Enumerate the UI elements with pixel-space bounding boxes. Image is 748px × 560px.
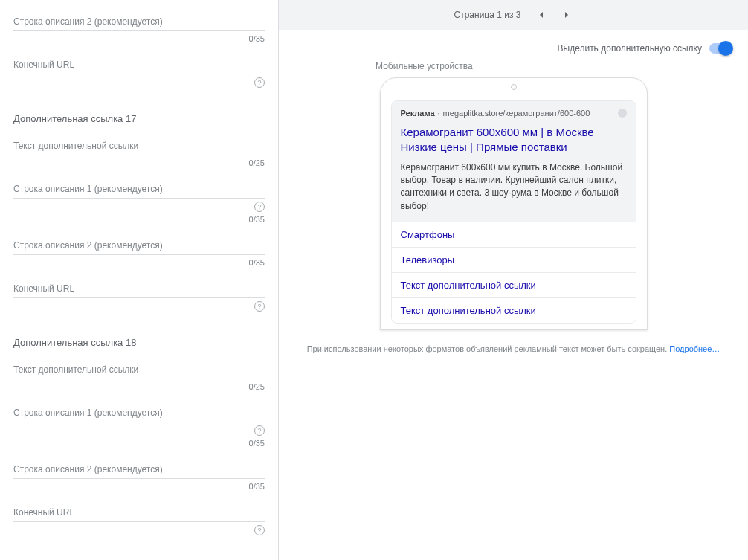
toggle-label: Выделить дополнительную ссылку [558,43,702,54]
field-desc1: Строка описания 1 (рекомендуется) ? 0/35 [13,403,265,448]
char-counter: 0/25 [249,382,265,391]
field-link-text: Текст дополнительной ссылки 0/25 [13,360,265,391]
ad-sitelink[interactable]: Смартфоны [392,222,636,247]
char-counter: 0/25 [249,158,265,167]
ad-sitelinks: Смартфоны Телевизоры Текст дополнительно… [392,222,636,323]
field-label[interactable]: Текст дополнительной ссылки [13,136,265,155]
help-icon[interactable]: ? [254,301,265,312]
disclaimer: При использовании некоторых форматов объ… [279,330,748,361]
ad-sitelink[interactable]: Телевизоры [392,247,636,272]
field-label[interactable]: Конечный URL [13,55,265,74]
field-desc2: Строка описания 2 (рекомендуется) 0/35 [13,460,265,491]
device-label: Мобильные устройства [375,61,718,71]
phone-preview: Реклама · megaplitka.store/керамогранит/… [380,77,648,330]
char-counter: 0/35 [249,439,265,448]
highlight-toggle[interactable] [709,43,732,54]
field-label[interactable]: Строка описания 2 (рекомендуется) [13,12,265,31]
help-icon[interactable]: ? [254,525,265,535]
disclaimer-link[interactable]: Подробнее… [669,344,720,353]
group-title-18: Дополнительная ссылка 18 [13,337,265,348]
ad-title: Керамогранит 600х600 мм | в Москве Низки… [401,125,627,155]
ad-sitelink[interactable]: Текст дополнительной ссылки [392,272,636,297]
ad-card: Реклама · megaplitka.store/керамогранит/… [391,100,636,324]
field-link-text: Текст дополнительной ссылки 0/25 [13,136,265,167]
help-icon[interactable]: ? [254,77,265,88]
field-desc1: Строка описания 1 (рекомендуется) ? 0/35 [13,179,265,224]
highlight-toggle-row: Выделить дополнительную ссылку [279,30,748,61]
ad-title-line1: Керамогранит 600х600 мм | в Москве [401,126,594,138]
form-panel: Строка описания 2 (рекомендуется) 0/35 К… [0,0,279,560]
field-final-url: Конечный URL ? [13,503,265,535]
char-counter: 0/35 [249,258,265,267]
char-counter: 0/35 [249,34,265,43]
field-label[interactable]: Текст дополнительной ссылки [13,360,265,379]
char-counter: 0/35 [249,482,265,491]
field-label[interactable]: Строка описания 1 (рекомендуется) [13,179,265,199]
pager-next-icon[interactable] [561,9,573,21]
phone-speaker-icon [511,84,517,90]
field-desc2-top: Строка описания 2 (рекомендуется) 0/35 [13,12,265,43]
field-label[interactable]: Строка описания 2 (рекомендуется) [13,236,265,255]
preview-panel: Страница 1 из 3 Выделить дополнительную … [279,0,748,560]
help-icon[interactable]: ? [254,202,265,212]
field-final-url: Конечный URL ? [13,279,265,312]
field-label[interactable]: Строка описания 2 (рекомендуется) [13,460,265,479]
help-icon[interactable]: ? [254,425,265,436]
field-label[interactable]: Конечный URL [13,503,265,522]
field-label[interactable]: Строка описания 1 (рекомендуется) [13,403,265,422]
pager-prev-icon[interactable] [535,9,547,21]
ad-title-line2: Низкие цены | Прямые поставки [401,141,567,153]
ad-badge: Реклама [401,109,435,118]
ad-sitelink[interactable]: Текст дополнительной ссылки [392,297,636,323]
field-final-url-top: Конечный URL ? [13,55,265,88]
ad-dot: · [438,109,440,118]
ad-info-icon[interactable] [618,109,627,118]
ad-display-url: megaplitka.store/керамогранит/600-600 [443,109,590,118]
pager-label: Страница 1 из 3 [454,10,521,20]
field-desc2: Строка описания 2 (рекомендуется) 0/35 [13,236,265,267]
toggle-knob [718,41,733,56]
group-title-17: Дополнительная ссылка 17 [13,113,265,124]
field-label[interactable]: Конечный URL [13,279,265,298]
disclaimer-text: При использовании некоторых форматов объ… [307,344,670,353]
ad-description: Керамогранит 600х600 мм купить в Москве.… [401,161,627,213]
char-counter: 0/35 [249,215,265,224]
phone-notch [381,78,647,96]
pager: Страница 1 из 3 [279,0,748,30]
ad-header: Реклама · megaplitka.store/керамогранит/… [392,101,636,125]
